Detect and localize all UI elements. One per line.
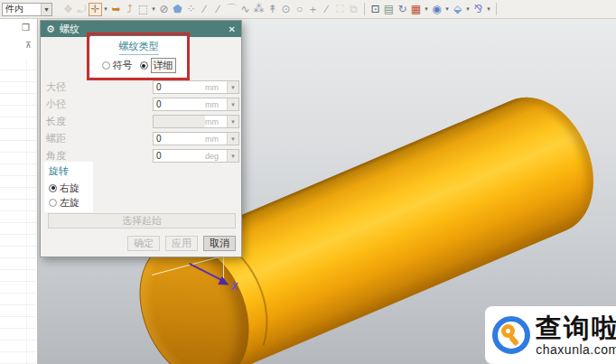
transform-icon[interactable]: ❖ xyxy=(61,2,75,17)
field-row: 大径0mm▼ xyxy=(41,79,241,96)
selection-scope-value: 件内 xyxy=(5,3,41,15)
line2-icon[interactable]: ∕ xyxy=(211,2,225,17)
window-view-icon[interactable]: ⊡ xyxy=(369,2,382,17)
rotation-radio-selected[interactable] xyxy=(49,184,57,192)
snap-point-icon[interactable]: ✛ xyxy=(89,3,102,16)
rotation-option[interactable]: 右旋 xyxy=(49,181,93,195)
field-unit-label: deg xyxy=(205,150,227,162)
solid-body-filter-icon[interactable]: ⬟ xyxy=(171,2,184,17)
datum-x-axis-label: X xyxy=(231,281,238,292)
dialog-fields: 大径0mm▼小径0mm▼长度mm▼螺距0mm▼角度0deg▼ xyxy=(41,79,241,164)
dropdown-caret-icon[interactable]: ▾ xyxy=(464,2,471,17)
vertex-filter-icon[interactable]: ⁘ xyxy=(184,2,198,17)
field-unit-label: mm xyxy=(205,98,227,110)
thread-type-option-label: 详细 xyxy=(151,58,176,73)
pin-icon[interactable]: ⊼ xyxy=(25,41,32,50)
navigator-row-list[interactable] xyxy=(0,59,36,364)
thread-type-label: 螺纹类型 xyxy=(119,40,159,55)
gear-icon: ⚙ xyxy=(46,24,55,34)
field-row: 长度mm▼ xyxy=(41,113,241,130)
filter-none-icon[interactable]: ⊘ xyxy=(157,2,171,17)
field-input-group: 0mm▼ xyxy=(153,98,239,111)
chaxunla-logo-icon xyxy=(492,316,530,354)
dropdown-caret-icon[interactable]: ▾ xyxy=(485,2,492,17)
ok-button[interactable]: 确定 xyxy=(127,236,160,251)
watermark-title: 查询啦 xyxy=(536,315,616,341)
close-icon[interactable]: ✕ xyxy=(229,24,236,34)
dialog-buttons: 确定应用取消 xyxy=(41,236,241,253)
dropdown-caret-icon[interactable]: ▾ xyxy=(102,2,109,17)
cube-view-icon[interactable]: ⬙ xyxy=(451,2,464,17)
arc-icon[interactable]: ⌒ xyxy=(225,2,238,17)
thread-type-option[interactable]: 符号 xyxy=(102,59,133,72)
rotation-option[interactable]: 左旋 xyxy=(49,195,93,210)
field-unit-dropdown-icon[interactable]: ▼ xyxy=(227,150,238,162)
thread-type-group: 螺纹类型 符号详细 xyxy=(90,36,187,77)
rotation-label: 旋转 xyxy=(49,164,93,178)
thread-dialog: ⚙ 螺纹 ✕ 螺纹类型 符号详细 大径0mm▼小径0mm▼长度mm▼螺距0mm▼… xyxy=(40,20,242,257)
top-toolbar: 件内 ▼ ❖⤾✛▾➥⤴⬚▾⊘⬟⁘∕∕⌒∿⁂↟⊙○＋∕⛶⧉⊡▤↻▦▾◉▾⬙▾⅋▾ xyxy=(0,0,616,19)
rotation-radio[interactable] xyxy=(49,199,57,207)
field-unit-dropdown-icon[interactable]: ▼ xyxy=(227,116,238,127)
plus-icon[interactable]: ＋ xyxy=(306,2,320,17)
thread-type-radio[interactable] xyxy=(102,61,110,70)
image-icon[interactable]: ▤ xyxy=(382,2,396,17)
sketch-arrow-icon[interactable]: ⤾ xyxy=(75,2,89,17)
window-restore-icon[interactable]: ❐ xyxy=(22,23,30,33)
field-value-input[interactable]: 0 xyxy=(154,81,205,93)
dialog-titlebar[interactable]: ⚙ 螺纹 ✕ xyxy=(41,21,241,37)
field-value-input[interactable] xyxy=(154,116,205,127)
rotation-options: 右旋左旋 xyxy=(49,181,93,210)
watermark-domain: chaxunla.com xyxy=(536,343,616,356)
field-value-input[interactable]: 0 xyxy=(154,150,205,162)
field-label: 螺距 xyxy=(46,132,153,145)
toolbar-separator xyxy=(364,3,365,15)
thread-type-options: 符号详细 xyxy=(102,58,176,73)
spline-icon[interactable]: ∿ xyxy=(238,2,252,17)
line-icon[interactable]: ∕ xyxy=(198,2,211,17)
resource-sidebar: ❐ ⊼ xyxy=(0,19,38,364)
dropdown-caret-icon[interactable]: ▾ xyxy=(423,2,430,17)
rotate-view-icon[interactable]: ↻ xyxy=(396,2,409,17)
dropdown-caret-icon[interactable]: ▾ xyxy=(150,2,157,17)
dropdown-caret-icon[interactable]: ▾ xyxy=(443,2,451,17)
field-value-input[interactable]: 0 xyxy=(154,98,205,110)
field-label: 角度 xyxy=(46,149,153,163)
copy-stack-icon[interactable]: ⧉ xyxy=(347,2,360,17)
select-start-button[interactable]: 选择起始 xyxy=(48,213,236,229)
selection-scope-combobox[interactable]: 件内 ▼ xyxy=(2,3,52,16)
circle-center-icon[interactable]: ⊙ xyxy=(279,2,293,17)
point-set-icon[interactable]: ⁂ xyxy=(252,2,266,17)
field-row: 螺距0mm▼ xyxy=(41,130,241,147)
render-style-icon[interactable]: ◉ xyxy=(430,2,443,17)
field-input-group: mm▼ xyxy=(153,115,239,128)
field-unit-dropdown-icon[interactable]: ▼ xyxy=(227,98,238,110)
apply-button[interactable]: 应用 xyxy=(165,236,198,251)
rect-select-icon[interactable]: ⬚ xyxy=(136,2,150,17)
field-input-group: 0mm▼ xyxy=(153,132,239,145)
thread-type-radio-selected[interactable] xyxy=(140,61,148,70)
toolbar-icons: ❖⤾✛▾➥⤴⬚▾⊘⬟⁘∕∕⌒∿⁂↟⊙○＋∕⛶⧉⊡▤↻▦▾◉▾⬙▾⅋▾ xyxy=(61,2,500,17)
field-unit-dropdown-icon[interactable]: ▼ xyxy=(227,133,238,145)
chevron-down-icon[interactable]: ▼ xyxy=(41,4,51,15)
thread-type-option[interactable]: 详细 xyxy=(140,58,176,73)
field-row: 小径0mm▼ xyxy=(41,96,241,113)
cancel-button[interactable]: 取消 xyxy=(203,236,236,251)
field-label: 长度 xyxy=(46,115,153,128)
trim-arrow-icon[interactable]: ⤴ xyxy=(123,2,136,17)
magnifier-handle xyxy=(509,334,519,346)
extend-arrow-icon[interactable]: ➥ xyxy=(109,2,123,17)
circle-icon[interactable]: ○ xyxy=(293,2,306,17)
field-value-input[interactable]: 0 xyxy=(154,133,205,145)
axis-arrow-icon[interactable]: ↟ xyxy=(266,2,279,17)
face-select-icon[interactable]: ⛶ xyxy=(333,2,347,17)
measure-icon[interactable]: ⅋ xyxy=(471,2,485,17)
field-unit-label: mm xyxy=(205,81,227,93)
field-label: 小径 xyxy=(46,98,153,111)
field-unit-dropdown-icon[interactable]: ▼ xyxy=(227,81,238,93)
navigator-column-divider xyxy=(26,59,27,364)
slash-icon[interactable]: ∕ xyxy=(320,2,333,17)
thread-type-option-label: 符号 xyxy=(113,59,133,72)
field-label: 大径 xyxy=(46,80,153,94)
grid-layout-icon[interactable]: ▦ xyxy=(409,2,423,17)
